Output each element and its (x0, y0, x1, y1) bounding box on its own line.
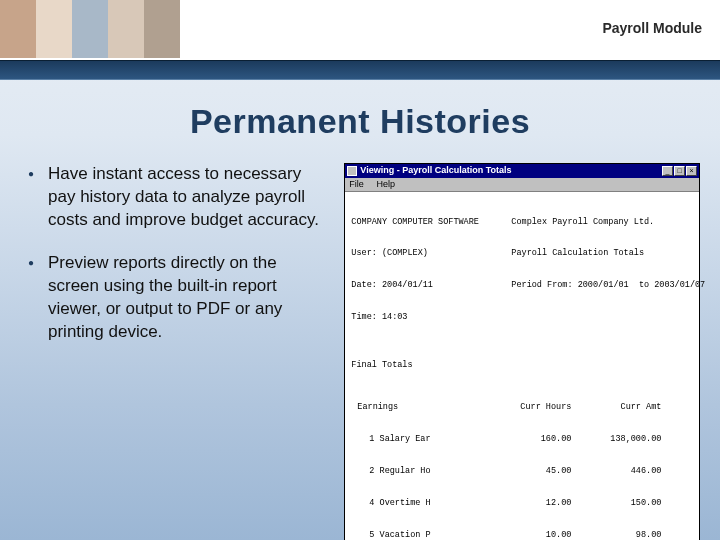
window-title: Viewing - Payroll Calculation Totals (360, 165, 661, 176)
report-name: Payroll Calculation Totals (511, 248, 691, 259)
earn-amt: 446.00 (571, 466, 661, 477)
earn-label: 4 Overtime H (351, 498, 481, 509)
decorative-photo-strip (0, 0, 180, 58)
earn-hours: 45.00 (481, 466, 571, 477)
report-body: COMPANY COMPUTER SOFTWARE Complex Payrol… (345, 192, 699, 540)
maximize-icon[interactable]: □ (674, 166, 685, 176)
earnings-header: Earnings (351, 402, 481, 413)
earn-amt: 150.00 (571, 498, 661, 509)
period-line: Period From: 2000/01/01 to 2003/01/07 (511, 280, 691, 291)
page-title: Permanent Histories (0, 102, 720, 141)
earn-amt: 138,000.00 (571, 434, 661, 445)
earn-hours: 160.00 (481, 434, 571, 445)
close-icon[interactable]: × (686, 166, 697, 176)
minimize-icon[interactable]: _ (662, 166, 673, 176)
bullet-item: Have instant access to necessary pay his… (28, 163, 324, 232)
module-label: Payroll Module (602, 20, 702, 36)
earn-label: 2 Regular Ho (351, 466, 481, 477)
col-hours-header: Curr Hours (481, 402, 571, 413)
earn-hours: 10.00 (481, 530, 571, 540)
bullet-item: Preview reports directly on the screen u… (28, 252, 324, 344)
bullet-list: Have instant access to necessary pay his… (28, 163, 324, 540)
date-line: Date: 2004/01/11 (351, 280, 511, 291)
earn-label: 1 Salary Ear (351, 434, 481, 445)
earn-hours: 12.00 (481, 498, 571, 509)
content-row: Have instant access to necessary pay his… (0, 163, 720, 540)
company-code: COMPANY COMPUTER SOFTWARE (351, 217, 511, 228)
window-menubar[interactable]: File Help (345, 178, 699, 192)
window-titlebar[interactable]: Viewing - Payroll Calculation Totals _ □… (345, 164, 699, 178)
window-icon (347, 166, 357, 176)
menu-help[interactable]: Help (376, 179, 395, 189)
header-band: Payroll Module (0, 0, 720, 60)
earn-label: 5 Vacation P (351, 530, 481, 540)
report-viewer-window: Viewing - Payroll Calculation Totals _ □… (344, 163, 700, 540)
col-amt-header: Curr Amt (571, 402, 661, 413)
time-line: Time: 14:03 (351, 312, 693, 323)
final-totals-label: Final Totals (351, 360, 693, 371)
company-name: Complex Payroll Company Ltd. (511, 217, 691, 228)
header-blue-band (0, 60, 720, 80)
earn-amt: 98.00 (571, 530, 661, 540)
menu-file[interactable]: File (349, 179, 364, 189)
user-line: User: (COMPLEX) (351, 248, 511, 259)
